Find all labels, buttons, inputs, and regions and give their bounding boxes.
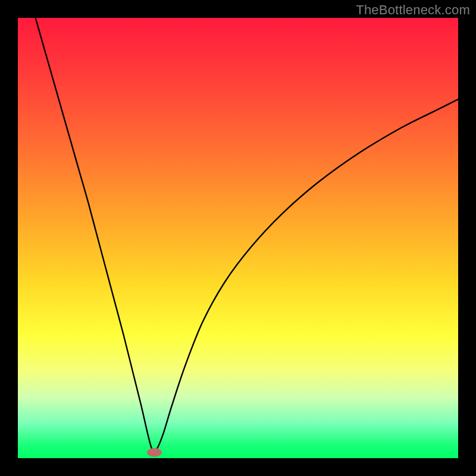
plot-area <box>18 18 458 458</box>
bottleneck-curve <box>36 18 458 451</box>
watermark-text: TheBottleneck.com <box>356 2 470 18</box>
cusp-marker <box>147 448 162 457</box>
chart-frame: TheBottleneck.com <box>0 0 476 476</box>
curve-layer <box>18 18 458 458</box>
